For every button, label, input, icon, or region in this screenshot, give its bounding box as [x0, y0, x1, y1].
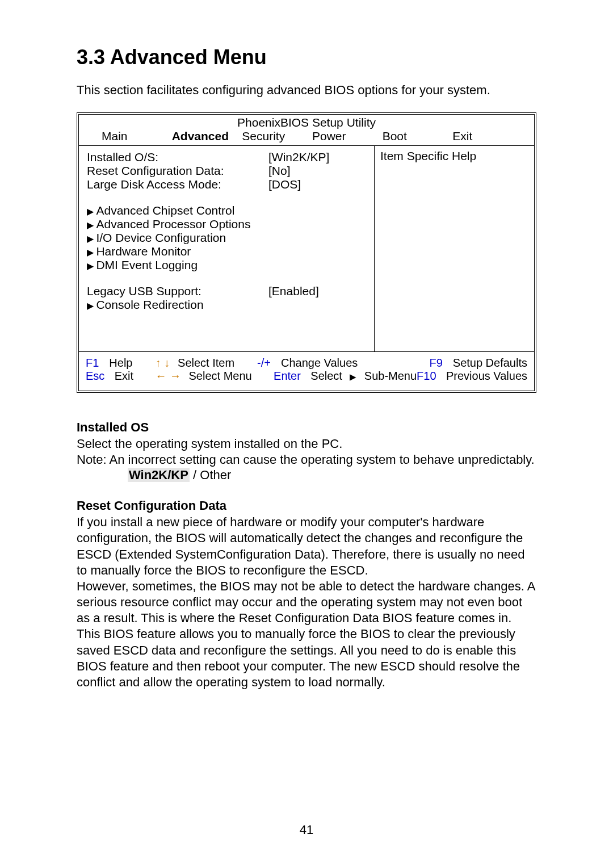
option-values: Win2K/KP / Other [128, 468, 536, 483]
bios-tab-exit[interactable]: Exit [452, 129, 523, 143]
page-number: 41 [0, 823, 613, 837]
option-label: Large Disk Access Mode: [87, 178, 268, 191]
option-installed-os[interactable]: Installed O/S: [Win2K/KP] [87, 150, 368, 164]
arrow-up-down-icon: ↑ ↓ [155, 357, 170, 370]
submenu-list: Advanced Chipset Control Advanced Proces… [87, 204, 368, 272]
submenu-advanced-chipset[interactable]: Advanced Chipset Control [87, 204, 368, 217]
intro-paragraph: This section facilitates configuring adv… [77, 83, 536, 98]
desc-installed-os: Installed OS Select the operating system… [77, 420, 536, 483]
submenu-advanced-processor[interactable]: Advanced Processor Options [87, 217, 368, 231]
label-previous-values: Previous Values [446, 370, 527, 383]
bios-tab-advanced[interactable]: Advanced [172, 129, 242, 143]
key-esc: Esc [86, 370, 104, 383]
bios-tab-boot[interactable]: Boot [383, 129, 453, 143]
help-title: Item Specific Help [380, 149, 528, 163]
option-value: [Enabled] [268, 284, 368, 298]
bios-tab-power[interactable]: Power [312, 129, 383, 143]
bios-screenshot: PhoenixBIOS Setup Utility Main Advanced … [77, 112, 536, 393]
bios-tab-bar: Main Advanced Security Power Boot Exit [79, 129, 534, 145]
document-page: 3.3 Advanced Menu This section facilitat… [0, 0, 613, 868]
submenu-hardware-monitor[interactable]: Hardware Monitor [87, 245, 368, 258]
option-large-disk[interactable]: Large Disk Access Mode: [DOS] [87, 178, 368, 191]
desc-title: Reset Configuration Data [77, 498, 536, 513]
option-value: [No] [268, 164, 368, 178]
desc-paragraph: Select the operating system installed on… [77, 436, 536, 452]
desc-paragraph: If you install a new piece of hardware o… [77, 514, 536, 578]
option-label: Legacy USB Support: [87, 284, 268, 298]
option-default: Win2K/KP [128, 468, 190, 482]
triangle-right-icon: ▶ [350, 372, 356, 382]
bios-footer: F1 Help ↑ ↓ Select Item -/+ Change Value… [79, 351, 534, 391]
submenu-io-device[interactable]: I/O Device Configuration [87, 231, 368, 245]
option-value: [Win2K/KP] [268, 150, 368, 164]
bios-tab-main[interactable]: Main [102, 129, 172, 143]
arrow-left-right-icon: ← → [156, 370, 182, 383]
desc-reset-config: Reset Configuration Data If you install … [77, 498, 536, 690]
submenu-console-redirection[interactable]: Console Redirection [87, 298, 368, 312]
label-select: Select [310, 370, 342, 383]
key-f1: F1 [86, 357, 99, 370]
submenu-dmi-event[interactable]: DMI Event Logging [87, 258, 368, 272]
bios-tab-security[interactable]: Security [242, 129, 312, 143]
key-plus-minus: -/+ [257, 357, 271, 370]
bios-title: PhoenixBIOS Setup Utility [79, 115, 534, 129]
option-other: Other [200, 468, 231, 482]
desc-title: Installed OS [77, 420, 536, 435]
option-label: Installed O/S: [87, 150, 268, 164]
desc-paragraph: Note: An incorrect setting can cause the… [77, 452, 536, 468]
option-value: [DOS] [268, 178, 368, 191]
desc-paragraph: This BIOS feature allows you to manually… [77, 626, 536, 690]
option-legacy-usb[interactable]: Legacy USB Support: [Enabled] [87, 284, 368, 298]
label-help: Help [109, 357, 132, 370]
option-separator: / [190, 468, 200, 482]
option-reset-config[interactable]: Reset Configuration Data: [No] [87, 164, 368, 178]
footer-row-1: F1 Help ↑ ↓ Select Item -/+ Change Value… [86, 357, 527, 370]
section-heading: 3.3 Advanced Menu [77, 45, 536, 69]
key-f9: F9 [429, 357, 442, 370]
desc-paragraph: However, sometimes, the BIOS may not be … [77, 578, 536, 626]
label-select-item: Select Item [178, 357, 234, 370]
key-enter: Enter [274, 370, 301, 383]
label-change-values: Change Values [281, 357, 358, 370]
option-label: Reset Configuration Data: [87, 164, 268, 178]
bios-help-pane: Item Specific Help [374, 146, 534, 351]
bios-left-pane: Installed O/S: [Win2K/KP] Reset Configur… [79, 146, 374, 351]
label-submenu: Sub-Menu [364, 370, 417, 383]
key-f10: F10 [417, 370, 436, 383]
label-exit: Exit [115, 370, 133, 383]
option-block-2: Legacy USB Support: [Enabled] Console Re… [87, 284, 368, 312]
footer-row-2: Esc Exit ← → Select Menu Enter Select ▶ … [86, 370, 527, 383]
label-setup-defaults: Setup Defaults [453, 357, 527, 370]
bios-body: Installed O/S: [Win2K/KP] Reset Configur… [79, 145, 534, 351]
label-select-menu: Select Menu [189, 370, 252, 383]
